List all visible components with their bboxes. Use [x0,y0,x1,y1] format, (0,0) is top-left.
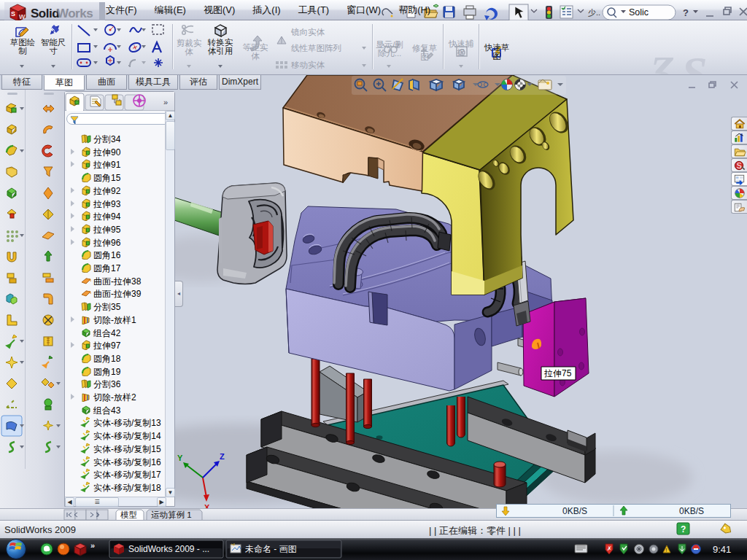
svg-text:?: ? [681,524,686,534]
svg-text:X: X [204,503,210,508]
svg-text:Solid: Solid [31,7,59,20]
svg-text:Y: Y [177,454,183,462]
svg-text:0KB/S: 0KB/S [562,506,587,516]
svg-text:✗: ✗ [607,545,612,552]
svg-text:0KB/S: 0KB/S [679,506,704,516]
svg-text:Works: Works [57,7,93,20]
svg-text:拉伸75: 拉伸75 [543,368,572,378]
svg-text:模型: 模型 [120,510,137,519]
svg-text:Z: Z [220,452,225,461]
svg-text:»: » [90,541,95,550]
svg-text:SolidWorks 2009 - ...: SolidWorks 2009 - ... [128,544,209,554]
svg-text:S: S [11,10,15,18]
svg-text:Solic: Solic [629,7,649,18]
svg-text:»: » [163,98,168,106]
svg-text:S: S [737,162,742,170]
svg-text:!: ! [665,547,667,553]
svg-text:少..: 少.. [588,8,600,17]
svg-text:?: ? [683,7,689,18]
svg-text:9:41: 9:41 [713,544,731,555]
svg-text:运动算例 1: 运动算例 1 [151,510,192,519]
svg-text:S: S [681,47,708,74]
svg-text:W: W [19,13,26,20]
svg-text:未命名 - 画图: 未命名 - 画图 [245,544,297,554]
svg-text:Ʒ: Ʒ [647,47,674,74]
